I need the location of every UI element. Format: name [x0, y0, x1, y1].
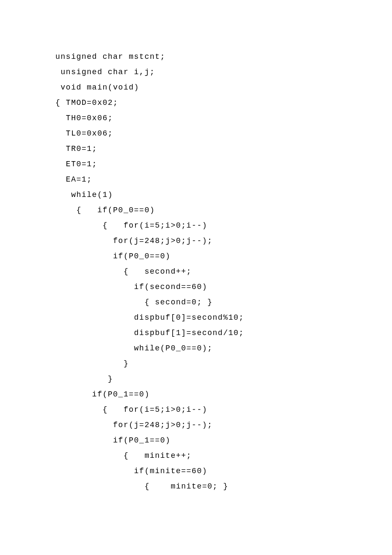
- code-line: TH0=0x06;: [55, 110, 337, 126]
- code-line: if(second==60): [55, 279, 337, 295]
- code-line: { minite=0; }: [55, 479, 337, 494]
- code-line: if(P0_1==0): [55, 387, 337, 402]
- code-line: }: [55, 356, 337, 371]
- code-line: { for(i=5;i>0;i--): [55, 218, 337, 233]
- code-line: dispbuf[1]=second/10;: [55, 325, 337, 341]
- code-line: while(1): [55, 187, 337, 202]
- code-line: { second++;: [55, 264, 337, 279]
- code-line: if(P0_1==0): [55, 433, 337, 448]
- code-line: unsigned char mstcnt;: [55, 49, 337, 64]
- code-line: { TMOD=0x02;: [55, 95, 337, 110]
- code-line: while(P0_0==0);: [55, 341, 337, 356]
- code-line: unsigned char i,j;: [55, 64, 337, 80]
- code-line: { second=0; }: [55, 295, 337, 310]
- code-line: void main(void): [55, 80, 337, 95]
- code-line: TL0=0x06;: [55, 126, 337, 141]
- code-line: TR0=1;: [55, 141, 337, 156]
- code-line: for(j=248;j>0;j--);: [55, 233, 337, 249]
- code-line: if(minite==60): [55, 463, 337, 479]
- code-line: { if(P0_0==0): [55, 202, 337, 218]
- code-line: { minite++;: [55, 448, 337, 463]
- code-line: dispbuf[0]=second%10;: [55, 310, 337, 325]
- code-line: }: [55, 371, 337, 387]
- code-line: for(j=248;j>0;j--);: [55, 417, 337, 433]
- code-document: unsigned char mstcnt; unsigned char i,j;…: [0, 0, 392, 528]
- code-line: if(P0_0==0): [55, 249, 337, 264]
- code-line: ET0=1;: [55, 156, 337, 172]
- code-line: { for(i=5;i>0;i--): [55, 402, 337, 417]
- code-line: EA=1;: [55, 172, 337, 187]
